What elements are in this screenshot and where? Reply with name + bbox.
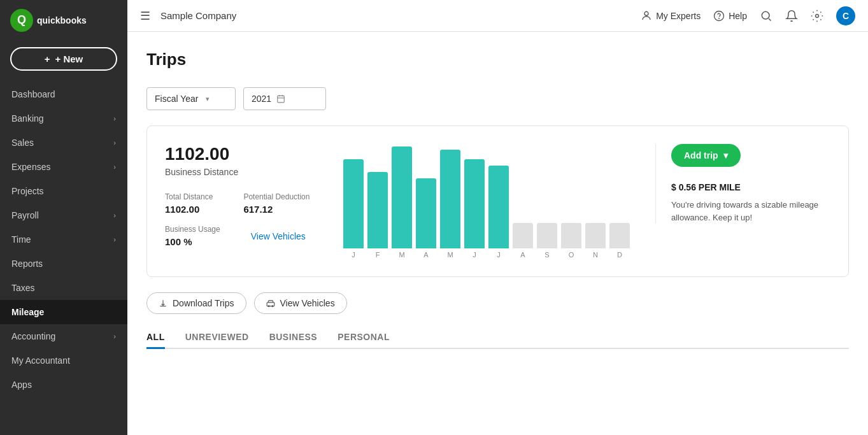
tab-business[interactable]: BUSINESS bbox=[269, 327, 318, 349]
bar-column: F bbox=[367, 172, 388, 259]
chevron-right-icon: › bbox=[113, 211, 116, 219]
total-distance-value: 1102.00 bbox=[165, 204, 213, 215]
tab-personal[interactable]: PERSONAL bbox=[338, 327, 390, 349]
notifications-icon[interactable] bbox=[785, 10, 798, 22]
potential-deduction-group: Potential Deduction 617.12 bbox=[243, 192, 309, 215]
sidebar-item-my-accountant[interactable]: My Accountant bbox=[0, 348, 127, 373]
svg-point-2 bbox=[644, 11, 648, 15]
logo-text: quickbooks bbox=[37, 15, 87, 25]
business-distance-label: Business Distance bbox=[165, 167, 331, 177]
bar-month-label: F bbox=[376, 251, 380, 259]
sidebar-item-expenses[interactable]: Expenses › bbox=[0, 155, 127, 179]
bar-month-label: J bbox=[497, 251, 501, 259]
bar-column: J bbox=[343, 159, 364, 259]
car-icon bbox=[266, 299, 275, 308]
user-avatar[interactable]: C bbox=[836, 6, 855, 25]
add-trip-button[interactable]: Add trip ▾ bbox=[671, 144, 741, 167]
stats-right-panel: Add trip ▾ $ 0.56 PER MILE You're drivin… bbox=[655, 144, 830, 224]
bar bbox=[416, 178, 436, 248]
new-button-label: + New bbox=[55, 53, 83, 64]
chevron-right-icon: › bbox=[113, 332, 116, 340]
view-vehicles-toolbar-label: View Vehicles bbox=[280, 298, 335, 308]
company-name: Sample Company bbox=[160, 10, 630, 21]
sidebar-item-reports[interactable]: Reports bbox=[0, 252, 127, 276]
bar bbox=[609, 223, 630, 248]
potential-deduction-label: Potential Deduction bbox=[243, 192, 309, 201]
svg-line-6 bbox=[769, 18, 771, 20]
sidebar-item-projects[interactable]: Projects bbox=[0, 179, 127, 203]
view-vehicles-link[interactable]: View Vehicles bbox=[251, 231, 306, 241]
business-usage-value: 100 % bbox=[165, 236, 220, 247]
total-business-distance: 1102.00 bbox=[165, 144, 331, 164]
bar-month-label: O bbox=[569, 251, 574, 259]
logo-area: Q quickbooks bbox=[0, 0, 127, 41]
bar bbox=[343, 159, 364, 248]
total-distance-group: Total Distance 1102.00 bbox=[165, 192, 213, 215]
bar-column: J bbox=[488, 166, 509, 259]
bar-month-label: M bbox=[399, 251, 404, 259]
bar-month-label: N bbox=[593, 251, 598, 259]
sidebar-item-dashboard[interactable]: Dashboard bbox=[0, 82, 127, 106]
download-trips-label: Download Trips bbox=[173, 298, 234, 308]
settings-icon[interactable] bbox=[811, 10, 823, 22]
my-experts-label: My Experts bbox=[656, 11, 701, 21]
sidebar-item-sales[interactable]: Sales › bbox=[0, 131, 127, 155]
person-icon bbox=[641, 10, 652, 22]
bar-column: A bbox=[416, 178, 436, 259]
period-filter-label: Fiscal Year bbox=[155, 94, 198, 104]
bar-month-label: J bbox=[473, 251, 476, 259]
download-trips-button[interactable]: Download Trips bbox=[146, 292, 246, 314]
calendar-icon bbox=[276, 94, 285, 103]
page-title: Trips bbox=[146, 50, 849, 69]
sidebar-item-taxes[interactable]: Taxes bbox=[0, 276, 127, 300]
bar bbox=[561, 223, 581, 248]
bar-column: O bbox=[561, 223, 581, 259]
bar-month-label: A bbox=[423, 251, 428, 259]
tab-unreviewed[interactable]: UNREVIEWED bbox=[185, 327, 249, 349]
bar-column: M bbox=[440, 150, 460, 259]
add-trip-label: Add trip bbox=[684, 150, 718, 160]
svg-rect-12 bbox=[267, 303, 274, 306]
svg-point-5 bbox=[762, 11, 769, 19]
topbar: ☰ Sample Company My Experts Help C bbox=[127, 0, 868, 32]
bar-month-label: A bbox=[520, 251, 525, 259]
sidebar-item-accounting[interactable]: Accounting › bbox=[0, 324, 127, 348]
download-icon bbox=[159, 299, 167, 308]
sidebar-item-mileage[interactable]: Mileage bbox=[0, 300, 127, 324]
date-filter-input[interactable]: 2021 bbox=[243, 87, 326, 110]
stats-card: 1102.00 Business Distance Total Distance… bbox=[146, 125, 849, 277]
bar-month-label: D bbox=[617, 251, 622, 259]
new-button[interactable]: + + New bbox=[10, 47, 117, 71]
tabs-row: ALL UNREVIEWED BUSINESS PERSONAL bbox=[146, 327, 849, 349]
hamburger-menu-icon[interactable]: ☰ bbox=[140, 9, 150, 23]
bar bbox=[488, 166, 509, 248]
business-usage-label: Business Usage bbox=[165, 225, 220, 234]
bar bbox=[464, 159, 485, 248]
chevron-right-icon: › bbox=[113, 139, 116, 146]
sidebar-item-time[interactable]: Time › bbox=[0, 227, 127, 252]
svg-point-4 bbox=[719, 18, 720, 18]
sidebar: Q quickbooks + + New Dashboard Banking ›… bbox=[0, 0, 127, 435]
sidebar-item-payroll[interactable]: Payroll › bbox=[0, 203, 127, 227]
quickbooks-logo-icon: Q bbox=[10, 9, 33, 32]
chevron-right-icon: › bbox=[113, 236, 116, 243]
filter-row: Fiscal Year ▾ 2021 bbox=[146, 87, 849, 110]
sidebar-item-banking[interactable]: Banking › bbox=[0, 106, 127, 131]
rate-description: You're driving towards a sizable mileage… bbox=[671, 199, 830, 224]
sidebar-item-apps[interactable]: Apps bbox=[0, 373, 127, 397]
search-icon[interactable] bbox=[760, 10, 772, 22]
help-icon bbox=[713, 10, 725, 22]
bar-column: N bbox=[585, 223, 606, 259]
period-chevron-icon: ▾ bbox=[206, 95, 210, 103]
period-filter-select[interactable]: Fiscal Year ▾ bbox=[146, 87, 236, 110]
bar-chart: JFMAMJJASOND bbox=[343, 144, 630, 259]
date-filter-value: 2021 bbox=[252, 94, 271, 104]
bar-month-label: J bbox=[352, 251, 355, 259]
tab-all[interactable]: ALL bbox=[146, 327, 165, 349]
help-button[interactable]: Help bbox=[713, 10, 747, 22]
my-experts-button[interactable]: My Experts bbox=[641, 10, 701, 22]
bar bbox=[513, 223, 533, 248]
bar-column: J bbox=[464, 159, 485, 259]
potential-deduction-value: 617.12 bbox=[243, 204, 309, 215]
view-vehicles-button[interactable]: View Vehicles bbox=[254, 292, 347, 314]
